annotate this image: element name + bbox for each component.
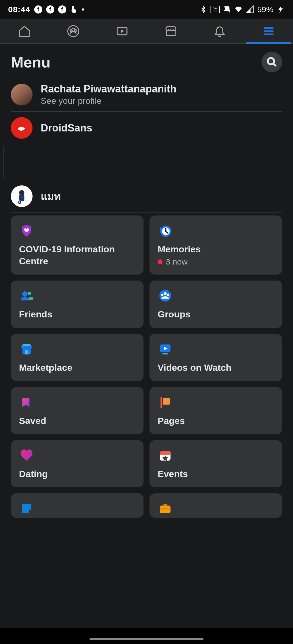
svg-point-17 xyxy=(167,294,170,296)
character-avatar xyxy=(11,185,33,207)
tab-menu[interactable] xyxy=(244,19,293,43)
tile-marketplace[interactable]: Marketplace xyxy=(11,334,144,381)
redacted-area xyxy=(3,146,121,178)
svg-point-5 xyxy=(268,58,274,64)
svg-rect-26 xyxy=(160,453,171,455)
svg-rect-23 xyxy=(163,398,170,405)
tab-watch[interactable] xyxy=(98,19,146,43)
tab-marketplace[interactable] xyxy=(146,19,195,43)
tile-label: Dating xyxy=(19,468,135,480)
tile-label: Pages xyxy=(158,415,274,427)
status-bar: 08:44 f f f Vo LTE 59% xyxy=(0,0,293,19)
page-header: Menu xyxy=(0,44,293,78)
tab-home[interactable] xyxy=(0,19,49,43)
svg-rect-21 xyxy=(162,353,168,354)
system-nav-area xyxy=(0,628,293,644)
facebook-icon: f xyxy=(46,5,54,14)
page-title: Menu xyxy=(11,53,50,71)
calendar-star-icon xyxy=(158,448,173,463)
tile-gaming[interactable] xyxy=(11,493,144,518)
tile-label: COVID-19 Information Centre xyxy=(19,243,135,267)
profile-subtitle: See your profile xyxy=(41,96,176,106)
heart-shield-icon xyxy=(19,223,34,238)
notifications-muted-icon xyxy=(223,5,231,14)
tile-friends[interactable]: Friends xyxy=(11,281,144,328)
shortcut-avatar-row[interactable]: แมท xyxy=(0,180,293,212)
groups-icon xyxy=(158,288,173,303)
search-icon xyxy=(266,57,277,67)
heart-icon xyxy=(19,448,34,463)
shortcut-label: แมท xyxy=(41,188,61,205)
clock-rewind-icon xyxy=(158,223,173,238)
shortcut-label: DroidSans xyxy=(41,122,92,134)
tile-covid[interactable]: COVID-19 Information Centre xyxy=(11,215,144,275)
svg-point-15 xyxy=(164,292,167,295)
briefcase-icon xyxy=(158,501,173,516)
tile-saved[interactable]: Saved xyxy=(11,387,144,434)
bluetooth-icon xyxy=(199,5,207,14)
menu-grid: COVID-19 Information Centre Memories 3 n… xyxy=(0,213,293,520)
tile-label: Events xyxy=(158,468,274,480)
svg-point-3 xyxy=(74,30,77,32)
flag-icon xyxy=(158,395,173,410)
tile-label: Memories xyxy=(158,243,274,255)
marketplace-icon xyxy=(19,342,34,357)
charging-icon xyxy=(277,5,285,14)
svg-point-12 xyxy=(22,291,28,297)
volte-icon: Vo LTE xyxy=(211,6,220,13)
svg-point-2 xyxy=(70,30,72,32)
signal-icon xyxy=(246,5,254,14)
tile-badge: 3 new xyxy=(158,257,274,266)
svg-point-13 xyxy=(27,292,31,295)
tab-notifications[interactable] xyxy=(195,19,244,43)
tile-label: Groups xyxy=(158,308,274,320)
tile-label: Videos on Watch xyxy=(158,362,274,373)
badge-dot-icon xyxy=(158,259,163,264)
tile-label: Friends xyxy=(19,308,135,320)
bookmark-icon xyxy=(19,395,34,410)
svg-rect-7 xyxy=(19,195,24,201)
tile-groups[interactable]: Groups xyxy=(149,281,282,328)
status-time: 08:44 xyxy=(8,5,30,14)
tile-memories[interactable]: Memories 3 new xyxy=(149,215,282,275)
friends-icon xyxy=(19,288,34,303)
page-avatar xyxy=(11,117,33,139)
tile-label: Marketplace xyxy=(19,362,135,373)
tab-friends[interactable] xyxy=(49,19,98,43)
facebook-icon: f xyxy=(58,5,66,14)
tile-pages[interactable]: Pages xyxy=(149,387,282,434)
watch-icon xyxy=(158,342,173,357)
tile-events[interactable]: Events xyxy=(149,440,282,487)
app-tab-bar xyxy=(0,19,293,43)
svg-rect-19 xyxy=(25,350,28,354)
profile-row[interactable]: Rachata Piwawattanapanith See your profi… xyxy=(0,78,293,111)
facebook-icon: f xyxy=(34,5,42,14)
shortcut-page-row[interactable]: DroidSans xyxy=(0,112,293,144)
svg-point-16 xyxy=(161,294,164,296)
svg-rect-29 xyxy=(160,508,171,509)
tile-badge-text: 3 new xyxy=(166,257,187,266)
svg-point-14 xyxy=(159,290,171,302)
profile-avatar xyxy=(11,84,33,105)
battery-percentage: 59% xyxy=(257,5,273,14)
tile-jobs[interactable] xyxy=(149,493,282,518)
svg-point-6 xyxy=(19,190,24,196)
gaming-icon xyxy=(19,501,34,516)
nav-handle[interactable] xyxy=(90,638,203,640)
profile-name: Rachata Piwawattanapanith xyxy=(41,83,176,95)
tile-label: Saved xyxy=(19,415,135,427)
tile-videos[interactable]: Videos on Watch xyxy=(149,334,282,381)
search-button[interactable] xyxy=(262,52,282,72)
svg-rect-22 xyxy=(161,397,162,408)
more-dot-icon xyxy=(82,8,84,11)
tile-dating[interactable]: Dating xyxy=(11,440,144,487)
wifi-icon xyxy=(234,5,243,14)
touch-icon xyxy=(70,5,78,14)
